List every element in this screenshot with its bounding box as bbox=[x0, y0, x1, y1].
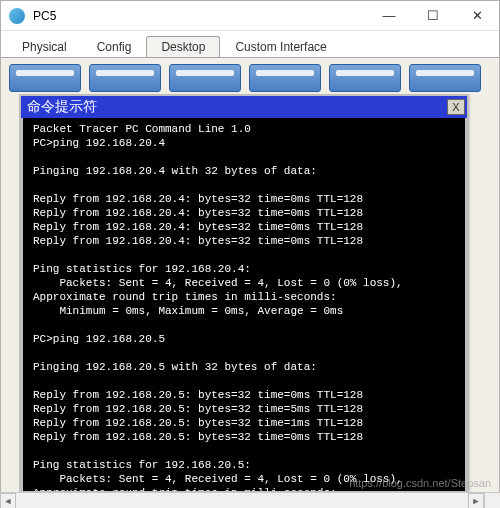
tab-physical[interactable]: Physical bbox=[7, 36, 82, 57]
scroll-track[interactable] bbox=[16, 493, 468, 509]
horizontal-scrollbar[interactable]: ◄ ► bbox=[0, 492, 484, 508]
close-button[interactable]: ✕ bbox=[455, 1, 499, 31]
desktop-app-icon[interactable] bbox=[9, 64, 81, 92]
window-title: PC5 bbox=[33, 9, 367, 23]
watermark-text: https://blog.csdn.net/Stepsan bbox=[349, 477, 491, 489]
tab-config[interactable]: Config bbox=[82, 36, 147, 57]
command-prompt-titlebar[interactable]: 命令提示符 X bbox=[21, 96, 467, 118]
desktop-app-icon[interactable] bbox=[249, 64, 321, 92]
maximize-button[interactable]: ☐ bbox=[411, 1, 455, 31]
minimize-button[interactable]: — bbox=[367, 1, 411, 31]
command-prompt-output[interactable]: Packet Tracer PC Command Line 1.0 PC>pin… bbox=[21, 118, 467, 493]
desktop-app-icon[interactable] bbox=[169, 64, 241, 92]
desktop-workspace: 命令提示符 X Packet Tracer PC Command Line 1.… bbox=[1, 57, 499, 507]
tab-custom-interface[interactable]: Custom Interface bbox=[220, 36, 341, 57]
scroll-corner bbox=[484, 492, 500, 508]
desktop-app-icon[interactable] bbox=[409, 64, 481, 92]
tab-bar: Physical Config Desktop Custom Interface bbox=[1, 31, 499, 57]
tab-desktop[interactable]: Desktop bbox=[146, 36, 220, 57]
scroll-right-button[interactable]: ► bbox=[468, 493, 484, 509]
desktop-app-icon[interactable] bbox=[329, 64, 401, 92]
titlebar: PC5 — ☐ ✕ bbox=[1, 1, 499, 31]
command-prompt-title: 命令提示符 bbox=[27, 98, 447, 116]
command-prompt-close-button[interactable]: X bbox=[447, 99, 465, 115]
command-prompt-window: 命令提示符 X Packet Tracer PC Command Line 1.… bbox=[19, 94, 469, 495]
scroll-left-button[interactable]: ◄ bbox=[0, 493, 16, 509]
desktop-app-icon[interactable] bbox=[89, 64, 161, 92]
app-window: PC5 — ☐ ✕ Physical Config Desktop Custom… bbox=[0, 0, 500, 508]
pc-icon bbox=[9, 8, 25, 24]
